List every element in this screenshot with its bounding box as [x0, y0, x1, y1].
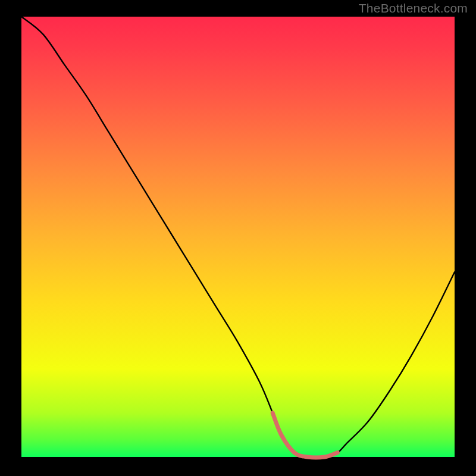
bottleneck-chart	[0, 0, 476, 476]
chart-stage: TheBottleneck.com	[0, 0, 476, 476]
watermark-text: TheBottleneck.com	[359, 1, 468, 15]
